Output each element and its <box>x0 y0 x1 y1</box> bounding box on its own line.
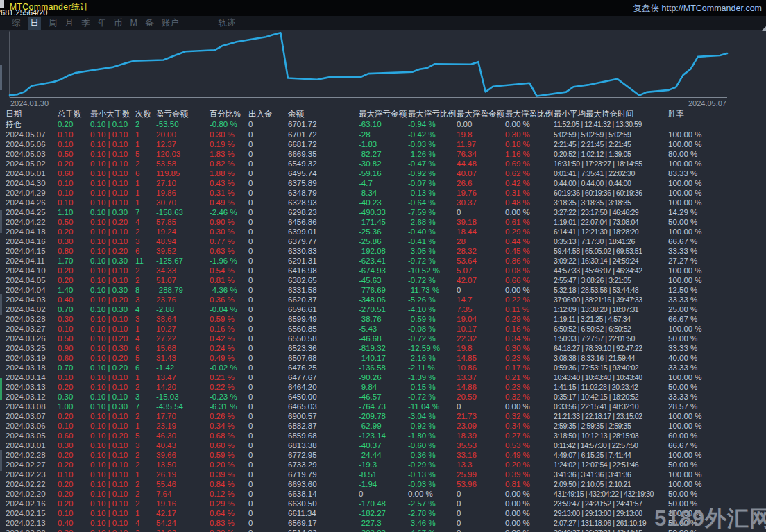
menu-item-综[interactable]: 综 <box>12 17 21 29</box>
menu-item-币[interactable]: 币 <box>114 17 123 29</box>
row-26-cell-13: 50.00 % <box>668 382 766 392</box>
menu-item-年[interactable]: 年 <box>98 17 107 29</box>
column-header-1: 总手数 <box>58 109 90 119</box>
row-34-cell-5: 0.20 % <box>210 460 248 470</box>
table-row[interactable]: 2024.03.070.200.10 | 0.10217.700.26 %069… <box>0 411 766 421</box>
table-row[interactable]: 2024.03.180.700.10 | 0.206-1.42-0.02 %06… <box>0 363 766 372</box>
row-16-cell-8: -776.69 <box>359 285 408 295</box>
row-16-cell-1: 1.40 <box>58 285 90 295</box>
row-9-cell-7: 6456.86 <box>288 217 359 227</box>
table-row[interactable]: 2024.03.081.000.10 | 0.307-435.54-6.31 %… <box>0 402 766 411</box>
row-6-cell-2: 0.10 | 0.10 <box>90 188 135 198</box>
row-30-cell-11: 0.34 % <box>505 421 554 431</box>
table-row[interactable]: 2024.02.230.100.10 | 0.10126.190.39 %067… <box>0 470 766 479</box>
table-row[interactable]: 2024.05.030.500.10 | 0.105120.031.83 %06… <box>0 149 766 159</box>
row-40-cell-3: 4 <box>135 518 156 528</box>
row-9-cell-10: 39.18 <box>457 217 505 227</box>
table-row[interactable]: 2024.02.270.200.10 | 0.10213.500.20 %067… <box>0 460 766 470</box>
row-7-cell-13: 100.00 % <box>668 198 766 207</box>
table-row[interactable]: 2024.04.251.100.10 | 0.307-158.63-2.46 %… <box>0 207 766 217</box>
table-row[interactable]: 2024.02.200.200.10 | 0.1027.640.12 %0663… <box>0 489 766 499</box>
row-35-cell-4: 26.19 <box>156 470 210 479</box>
table-row[interactable]: 2024.03.060.100.10 | 0.10123.190.34 %068… <box>0 421 766 431</box>
site-link[interactable]: 复盘侠 http://MTCommander.com <box>633 3 762 15</box>
table-row[interactable]: 2024.04.260.100.10 | 0.10130.700.49 %063… <box>0 198 766 207</box>
table-row[interactable]: 2024.05.020.200.10 | 0.10253.580.82 %065… <box>0 159 766 169</box>
table-row[interactable]: 2024.04.030.400.10 | 0.20323.760.36 %066… <box>0 295 766 304</box>
menu-item-轨迹[interactable]: 轨迹 <box>218 17 235 29</box>
row-8-cell-13: 14.29 % <box>668 207 766 217</box>
table-row[interactable]: 2024.04.041.400.10 | 0.308-288.79-4.36 %… <box>0 285 766 295</box>
table-row[interactable]: 2024.04.100.200.10 | 0.10234.330.54 %064… <box>0 266 766 275</box>
table-row[interactable]: 2024.05.070.100.10 | 0.10120.000.30 %067… <box>0 130 766 139</box>
table-row[interactable]: 2024.04.111.700.10 | 0.3011-125.67-1.96 … <box>0 256 766 266</box>
row-22-cell-9: -12.59 % <box>408 343 457 353</box>
table-row[interactable]: 2024.03.120.300.10 | 0.103-15.03-0.23 %0… <box>0 392 766 402</box>
row-30-cell-5: 0.34 % <box>210 421 248 431</box>
table-row[interactable]: 2024.02.080.200.10 | 0.10231.920.29 %065… <box>0 528 766 532</box>
menu-item-日[interactable]: 日 <box>28 17 42 30</box>
table-row[interactable]: 2024.02.160.200.10 | 0.10219.160.29 %066… <box>0 499 766 508</box>
row-25-cell-0: 2024.03.14 <box>6 372 58 382</box>
row-36-cell-1: 0.20 <box>58 479 90 489</box>
table-row[interactable]: 2024.03.140.100.10 | 0.10113.470.21 %064… <box>0 372 766 382</box>
table-row[interactable]: 2024.04.150.800.10 | 0.20639.520.63 %063… <box>0 246 766 256</box>
row-13-cell-5: -1.96 % <box>210 256 248 266</box>
row-17-cell-7: 6620.37 <box>288 295 359 304</box>
row-11-cell-7: 6379.77 <box>288 237 359 246</box>
table-row[interactable]: 2024.02.280.200.10 | 0.10239.660.59 %067… <box>0 450 766 460</box>
row-32-cell-9: -0.60 % <box>408 440 457 450</box>
table-row[interactable]: 2024.03.280.300.10 | 0.10338.640.59 %065… <box>0 314 766 324</box>
row-14-cell-8: -674.93 <box>359 266 408 275</box>
row-22-cell-2: 0.10 | 0.30 <box>90 343 135 353</box>
table-row[interactable]: 2024.04.180.200.10 | 0.10219.240.30 %063… <box>0 227 766 237</box>
row-8-cell-10: 0 <box>457 207 505 217</box>
row-10-cell-9: -0.40 % <box>408 227 457 237</box>
table-row[interactable]: 2024.03.270.100.10 | 0.10110.270.16 %065… <box>0 324 766 334</box>
table-row[interactable]: 2024.03.130.200.10 | 0.10214.200.22 %064… <box>0 382 766 392</box>
table-row[interactable]: 2024.02.220.200.10 | 0.10255.460.84 %066… <box>0 479 766 489</box>
table-row[interactable]: 2024.03.250.900.10 | 0.30615.680.24 %065… <box>0 343 766 353</box>
table-row[interactable]: 2024.04.300.100.10 | 0.10127.100.43 %063… <box>0 178 766 188</box>
table-row[interactable]: 2024.03.190.600.10 | 0.20531.430.49 %065… <box>0 353 766 363</box>
row-24-cell-13: 33.33 % <box>668 363 766 372</box>
table-row[interactable]: 2024.04.220.500.10 | 0.20457.850.90 %064… <box>0 217 766 227</box>
table-row[interactable]: 2024.02.150.100.10 | 0.10142.170.64 %066… <box>0 508 766 518</box>
table-row[interactable]: 2024.04.020.700.10 | 0.304-2.88-0.04 %06… <box>0 304 766 314</box>
row-34-cell-2: 0.10 | 0.10 <box>90 460 135 470</box>
menu-item-月[interactable]: 月 <box>65 17 74 29</box>
menu-item-备[interactable]: 备 <box>145 17 154 29</box>
row-2-cell-10: 76.34 <box>457 149 505 159</box>
row-23-cell-8: -140.17 <box>359 353 408 363</box>
table-row[interactable]: 2024.03.050.600.10 | 0.20546.300.68 %068… <box>0 431 766 440</box>
table-row[interactable]: 2024.04.290.100.10 | 0.10119.860.31 %063… <box>0 188 766 198</box>
table-row[interactable]: 2024.05.010.600.10 | 0.106119.851.88 %06… <box>0 169 766 178</box>
row-27-cell-12: 0:35:17 | 10:42:15 | 18:20:52 <box>554 392 668 402</box>
row-8-cell-3: 7 <box>135 207 156 217</box>
resize-grip-icon[interactable] <box>761 26 766 31</box>
row-5-cell-0: 2024.04.30 <box>6 178 58 188</box>
menu-item-账户[interactable]: 账户 <box>161 17 178 29</box>
position-row-cell-11: 0.00 % <box>505 119 554 130</box>
row-0-cell-9: -0.42 % <box>408 130 457 139</box>
row-9-cell-12: 1:19:01 | 22:07:04 | 73:08:04 <box>554 217 668 227</box>
menu-item-M[interactable]: M <box>130 18 137 28</box>
table-row[interactable]: 2024.04.160.300.10 | 0.10348.940.77 %063… <box>0 237 766 246</box>
table-row[interactable]: 2024.04.050.200.10 | 0.10251.070.81 %063… <box>0 275 766 285</box>
table-row[interactable]: 2024.03.260.500.10 | 0.20427.220.42 %065… <box>0 334 766 343</box>
row-6-cell-0: 2024.04.29 <box>6 188 58 198</box>
row-8-cell-7: 6298.23 <box>288 207 359 217</box>
row-6-cell-11: 0.31 % <box>505 188 554 198</box>
row-36-cell-0: 2024.02.22 <box>6 479 58 489</box>
table-row[interactable]: 2024.02.130.400.10 | 0.10454.240.83 %065… <box>0 518 766 528</box>
row-35-cell-12: 3:41:36 | 3:41:36 | 3:41:36 <box>554 470 668 479</box>
table-row[interactable]: 2024.03.010.300.10 | 0.10340.430.60 %068… <box>0 440 766 450</box>
menu-item-季[interactable]: 季 <box>81 17 90 29</box>
row-35-cell-3: 1 <box>135 470 156 479</box>
table-row[interactable]: 2024.05.060.100.10 | 0.10112.370.19 %066… <box>0 139 766 149</box>
row-3-cell-7: 6549.32 <box>288 159 359 169</box>
row-21-cell-1: 0.50 <box>58 334 90 343</box>
row-1-cell-4: 12.37 <box>156 139 210 149</box>
column-header-7: 余额 <box>288 109 359 119</box>
menu-item-周[interactable]: 周 <box>49 17 58 29</box>
